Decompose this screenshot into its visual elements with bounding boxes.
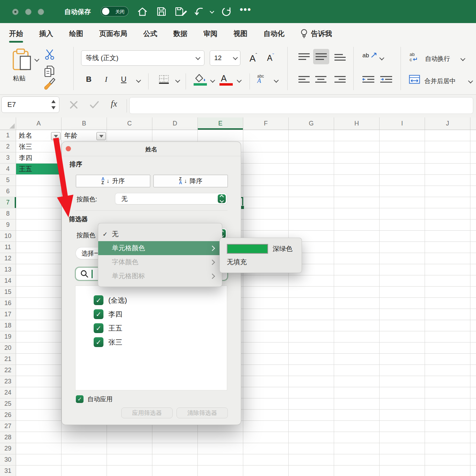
cell-F30[interactable] xyxy=(243,454,289,466)
cell-D30[interactable] xyxy=(152,454,198,466)
save-icon[interactable] xyxy=(156,6,167,17)
cell-G16[interactable] xyxy=(289,298,334,309)
row-header-2[interactable]: 2 xyxy=(0,141,16,152)
zoom-window-button[interactable] xyxy=(38,9,44,15)
cell-F27[interactable] xyxy=(243,421,289,432)
home-icon[interactable] xyxy=(137,6,148,17)
clear-filter-button[interactable]: 清除筛选器 xyxy=(176,408,228,418)
cell-I30[interactable] xyxy=(380,454,425,466)
insert-function-icon[interactable]: fx xyxy=(111,99,117,109)
row-header-31[interactable]: 31 xyxy=(0,466,16,476)
cell-I7[interactable] xyxy=(380,197,425,208)
orientation-dropdown-chevron[interactable] xyxy=(379,56,384,60)
cell-J2[interactable] xyxy=(425,141,470,152)
cell-H5[interactable] xyxy=(334,175,380,186)
cell-F26[interactable] xyxy=(243,410,289,421)
cell-I18[interactable] xyxy=(380,320,425,331)
cell-G21[interactable] xyxy=(289,354,334,365)
cell-J30[interactable] xyxy=(425,454,470,466)
cell-I16[interactable] xyxy=(380,298,425,309)
cell-J3[interactable] xyxy=(425,152,470,164)
cell-I6[interactable] xyxy=(380,186,425,197)
paste-icon[interactable] xyxy=(12,48,31,71)
cell-J8[interactable] xyxy=(425,208,470,219)
cell-A23[interactable] xyxy=(16,376,62,387)
row-header-3[interactable]: 3 xyxy=(0,152,16,164)
cell-J20[interactable] xyxy=(425,342,470,354)
tab-draw[interactable]: 绘图 xyxy=(69,29,83,38)
menu-item-none[interactable]: ✓ 无 xyxy=(98,227,222,241)
row-header-13[interactable]: 13 xyxy=(0,264,16,275)
cell-J29[interactable] xyxy=(425,443,470,454)
cell-F20[interactable] xyxy=(243,342,289,354)
cell-G2[interactable] xyxy=(289,141,334,152)
row-header-20[interactable]: 20 xyxy=(0,342,16,354)
cell-F14[interactable] xyxy=(243,275,289,287)
cell-J1[interactable] xyxy=(425,130,470,141)
cell-G5[interactable] xyxy=(289,175,334,186)
cell-E1[interactable] xyxy=(198,130,243,141)
row-header-23[interactable]: 23 xyxy=(0,376,16,387)
row-header-8[interactable]: 8 xyxy=(0,208,16,219)
cell-F4[interactable] xyxy=(243,164,289,175)
cell-H22[interactable] xyxy=(334,365,380,376)
cell-A28[interactable] xyxy=(16,432,62,443)
cell-G14[interactable] xyxy=(289,275,334,287)
tab-page-layout[interactable]: 页面布局 xyxy=(99,29,127,38)
undo-icon[interactable] xyxy=(194,6,205,17)
menu-item-cell-icon[interactable]: 单元格图标 xyxy=(98,269,222,283)
cell-H24[interactable] xyxy=(334,387,380,398)
row-header-19[interactable]: 19 xyxy=(0,331,16,342)
cell-J15[interactable] xyxy=(425,287,470,298)
cell-F8[interactable] xyxy=(243,208,289,219)
cell-I22[interactable] xyxy=(380,365,425,376)
cell-G3[interactable] xyxy=(289,152,334,164)
cell-J19[interactable] xyxy=(425,331,470,342)
cell-J26[interactable] xyxy=(425,410,470,421)
undo-dropdown-chevron[interactable] xyxy=(210,9,214,14)
close-window-button[interactable] xyxy=(12,9,19,15)
cell-F5[interactable] xyxy=(243,175,289,186)
cell-G20[interactable] xyxy=(289,342,334,354)
cell-H9[interactable] xyxy=(334,219,380,231)
cell-G29[interactable] xyxy=(289,443,334,454)
filter-item[interactable]: ✓ 张三 xyxy=(75,335,227,349)
row-header-6[interactable]: 6 xyxy=(0,186,16,197)
cell-H23[interactable] xyxy=(334,376,380,387)
cell-F15[interactable] xyxy=(243,287,289,298)
cell-A5[interactable] xyxy=(16,175,62,186)
cell-G25[interactable] xyxy=(289,398,334,410)
cell-A16[interactable] xyxy=(16,298,62,309)
cell-G24[interactable] xyxy=(289,387,334,398)
cell-H20[interactable] xyxy=(334,342,380,354)
cell-E28[interactable] xyxy=(198,432,243,443)
cell-A19[interactable] xyxy=(16,331,62,342)
cell-A10[interactable] xyxy=(16,231,62,242)
cell-D31[interactable] xyxy=(152,466,198,476)
cell-F17[interactable] xyxy=(243,309,289,320)
row-header-12[interactable]: 12 xyxy=(0,253,16,264)
cell-G26[interactable] xyxy=(289,410,334,421)
row-header-15[interactable]: 15 xyxy=(0,287,16,298)
cell-G8[interactable] xyxy=(289,208,334,219)
underline-dropdown-chevron[interactable] xyxy=(136,78,141,83)
column-header-H[interactable]: H xyxy=(334,117,380,130)
cell-J22[interactable] xyxy=(425,365,470,376)
bold-button[interactable]: B xyxy=(86,75,92,84)
cell-A17[interactable] xyxy=(16,309,62,320)
redo-icon[interactable] xyxy=(221,6,232,17)
cell-H30[interactable] xyxy=(334,454,380,466)
checkbox-checked-icon[interactable]: ✓ xyxy=(76,395,84,403)
row-header-24[interactable]: 24 xyxy=(0,387,16,398)
increase-indent-icon[interactable] xyxy=(380,75,393,84)
cell-A6[interactable] xyxy=(16,186,62,197)
cell-J27[interactable] xyxy=(425,421,470,432)
cell-F16[interactable] xyxy=(243,298,289,309)
row-header-22[interactable]: 22 xyxy=(0,365,16,376)
row-header-27[interactable]: 27 xyxy=(0,421,16,432)
cell-J21[interactable] xyxy=(425,354,470,365)
text-orientation-button[interactable]: ab xyxy=(362,52,378,59)
cell-B31[interactable] xyxy=(62,466,107,476)
cell-G22[interactable] xyxy=(289,365,334,376)
cell-F2[interactable] xyxy=(243,141,289,152)
